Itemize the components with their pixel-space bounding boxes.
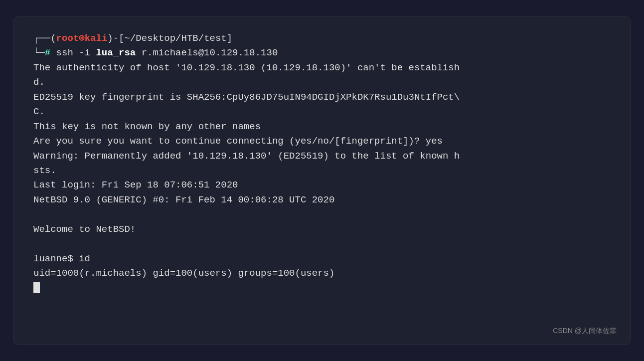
- terminal-window: ┌──(root⊗kali)-[~/Desktop/HTB/test] └─# …: [13, 16, 631, 345]
- output-line-welcome: Welcome to NetBSD!: [33, 222, 611, 237]
- output-line-4: C.: [33, 105, 611, 119]
- output-line-9: Last login: Fri Sep 18 07:06:51 2020: [33, 178, 611, 192]
- command-line: └─# ssh -i lua_rsa r.michaels@10.129.18.…: [33, 46, 611, 60]
- terminal-body: ┌──(root⊗kali)-[~/Desktop/HTB/test] └─# …: [13, 16, 631, 345]
- output-line-5: This key is not known by any other names: [33, 120, 611, 134]
- output-line-7: Warning: Permanently added '10.129.18.13…: [33, 149, 611, 164]
- output-line-blank1: [33, 207, 611, 222]
- prompt-path: ~/Desktop/HTB/test: [125, 33, 227, 44]
- prompt-user: root: [56, 33, 79, 44]
- output-line-6: Are you sure you want to continue connec…: [33, 134, 611, 149]
- prompt-hash: #: [45, 47, 50, 58]
- output-line-blank2: [33, 237, 611, 251]
- output-line-prompt: luanne$ id: [33, 252, 611, 266]
- output-line-1: The authenticity of host '10.129.18.130 …: [33, 61, 611, 75]
- output-line-2: d.: [33, 75, 611, 90]
- output-line-id: uid=1000(r.michaels) gid=100(users) grou…: [33, 266, 611, 281]
- watermark: CSDN @人间体佐菲: [553, 327, 617, 336]
- prompt-top-line: ┌──(root⊗kali)-[~/Desktop/HTB/test]: [33, 31, 611, 46]
- terminal-cursor: [33, 282, 40, 293]
- cursor-line: [33, 281, 611, 295]
- command-bold: lua_rsa: [96, 47, 136, 58]
- output-line-3: ED25519 key fingerprint is SHA256:CpUy86…: [33, 90, 611, 105]
- prompt-host: kali: [85, 33, 108, 44]
- output-line-8: sts.: [33, 164, 611, 178]
- output-line-10: NetBSD 9.0 (GENERIC) #0: Fri Feb 14 00:0…: [33, 193, 611, 207]
